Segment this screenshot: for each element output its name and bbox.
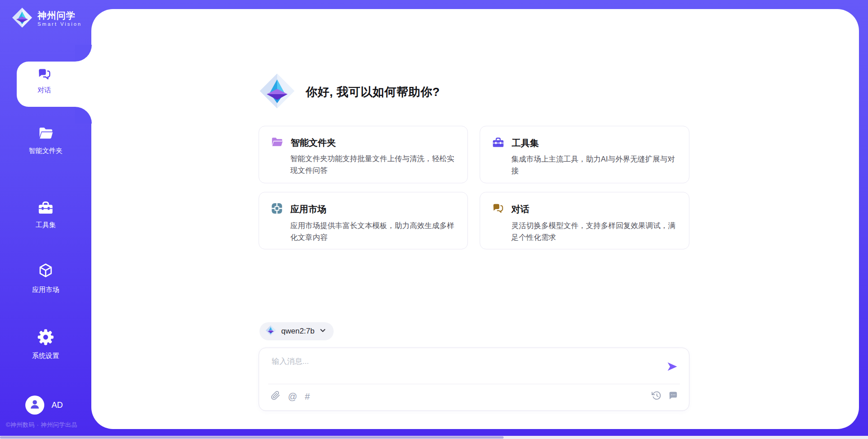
copyright-footer: ©神州数码 · 神州问学出品: [6, 421, 77, 429]
brand-name: 神州问学: [38, 10, 82, 21]
person-icon: [29, 398, 41, 412]
sidebar-item-settings[interactable]: 系统设置: [0, 329, 91, 360]
at-icon[interactable]: @: [288, 391, 297, 402]
feature-card-toolset[interactable]: 工具集 集成市场上主流工具，助力AI与外界无缝扩展与对接: [480, 126, 689, 183]
sidebar-item-folders[interactable]: 智能文件夹: [0, 126, 91, 155]
composer: @ #: [259, 348, 689, 411]
greeting-title: 你好, 我可以如何帮助你?: [306, 84, 440, 100]
toolbox-icon: [492, 136, 505, 150]
model-selector-button[interactable]: qwen2:7b: [259, 322, 334, 340]
comments-button[interactable]: [668, 391, 678, 402]
feature-card-chat[interactable]: 对话 灵活切换多模型文件，支持多样回复效果调试，满足个性化需求: [480, 192, 689, 249]
brand-subtitle: Smart Vision: [38, 21, 82, 27]
user-row: AD: [25, 396, 63, 415]
card-title: 智能文件夹: [291, 137, 336, 149]
brand-logo-diamond-icon: [12, 7, 33, 30]
folder-icon: [271, 136, 283, 149]
sidebar-item-label: 应用市场: [32, 286, 59, 294]
sidebar-item-toolset[interactable]: 工具集: [0, 200, 91, 229]
card-description: 智能文件夹功能支持批量文件上传与清洗，轻松实现文件问答: [290, 153, 457, 176]
feature-card-folders[interactable]: 智能文件夹 智能文件夹功能支持批量文件上传与清洗，轻松实现文件问答: [259, 126, 468, 183]
horizontal-scrollbar[interactable]: [0, 436, 868, 439]
card-description: 灵活切换多模型文件，支持多样回复效果调试，满足个性化需求: [511, 220, 678, 243]
card-title: 对话: [511, 203, 529, 215]
send-arrow-icon: [666, 361, 678, 374]
sidebar: 神州问学 Smart Vision 智能文件夹: [0, 0, 91, 439]
history-icon: [651, 391, 661, 402]
sidebar-item-label: 智能文件夹: [29, 147, 63, 155]
card-title: 工具集: [512, 137, 539, 149]
user-avatar[interactable]: [25, 396, 44, 415]
composer-divider: [268, 384, 680, 384]
model-logo-diamond-icon: [265, 325, 276, 338]
cube-icon: [37, 262, 54, 282]
send-button[interactable]: [665, 361, 679, 374]
model-name: qwen2:7b: [281, 327, 315, 336]
attach-button[interactable]: [271, 391, 280, 402]
sidebar-item-app-market[interactable]: 应用市场: [0, 262, 91, 294]
feature-card-app-market[interactable]: 应用市场 应用市场提供丰富长文本模板，助力高效生成多样化文章内容: [259, 192, 468, 249]
message-input[interactable]: [271, 355, 648, 382]
scrollbar-thumb[interactable]: [0, 436, 504, 439]
brand: 神州问学 Smart Vision: [12, 7, 82, 30]
chevron-down-icon: [319, 327, 326, 336]
app-window: 对话 神州问学 Smart Vision: [0, 0, 868, 439]
user-initials: AD: [52, 401, 63, 410]
gear-icon: [37, 329, 54, 348]
card-title: 应用市场: [290, 203, 326, 215]
paperclip-icon: [271, 391, 280, 402]
greeting: 你好, 我可以如何帮助你?: [259, 72, 440, 111]
greeting-logo-diamond-icon: [259, 72, 296, 111]
grid-icon: [271, 202, 283, 216]
chat-bubbles-icon: [492, 202, 504, 216]
history-button[interactable]: [651, 391, 661, 402]
main-content: 你好, 我可以如何帮助你? 智能文件夹 智能文件夹功能支持批量文件上传与清洗，轻…: [91, 9, 859, 429]
comment-icon: [668, 391, 678, 402]
folder-icon: [38, 126, 54, 143]
card-description: 应用市场提供丰富长文本模板，助力高效生成多样化文章内容: [290, 220, 457, 243]
feature-cards: 智能文件夹 智能文件夹功能支持批量文件上传与清洗，轻松实现文件问答: [259, 126, 689, 249]
sidebar-item-label: 工具集: [36, 221, 56, 229]
hash-icon[interactable]: #: [305, 391, 310, 402]
card-description: 集成市场上主流工具，助力AI与外界无缝扩展与对接: [511, 153, 678, 177]
sidebar-item-label: 系统设置: [32, 352, 59, 360]
toolbox-icon: [38, 200, 54, 217]
